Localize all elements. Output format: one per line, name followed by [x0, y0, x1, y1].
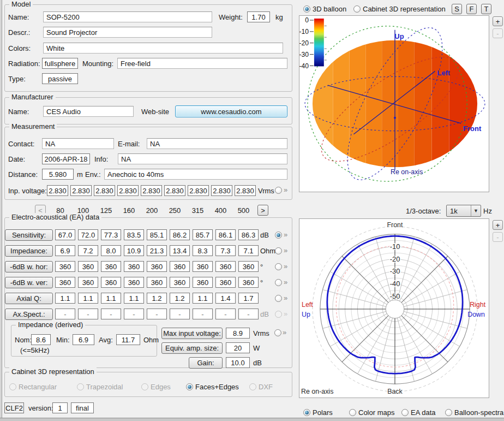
ea-value-field[interactable]: 360 — [55, 277, 75, 288]
cabinet-dxf-radio[interactable] — [249, 383, 256, 390]
version-status-field[interactable]: final — [71, 402, 94, 413]
max-input-voltage-radio[interactable] — [274, 329, 281, 336]
top-view-button[interactable]: T — [481, 4, 491, 14]
ea-row-more-chevron[interactable]: » — [284, 278, 287, 286]
band-label[interactable]: 400 — [211, 206, 231, 215]
ea-value-field[interactable]: 1.1 — [124, 293, 144, 304]
radio-color-maps-label[interactable]: Color maps — [358, 408, 394, 417]
ea-value-field[interactable]: - — [238, 309, 259, 319]
nom-field[interactable]: 8.6 — [31, 334, 51, 345]
inp-voltage-field[interactable]: 2.830 — [188, 185, 209, 196]
ea-value-field[interactable]: 360 — [101, 261, 121, 272]
cabinet-edges-label[interactable]: Edges — [151, 383, 171, 391]
ea-value-field[interactable]: - — [101, 309, 121, 319]
ea-row-radio[interactable] — [275, 232, 282, 239]
gain-field[interactable]: 10.0 — [226, 357, 250, 368]
ea-row-more-chevron[interactable]: » — [284, 310, 287, 318]
inp-voltage-more-chevron[interactable]: » — [284, 186, 287, 194]
radio-polars[interactable] — [303, 409, 310, 416]
ea-row-button[interactable]: -6dB w. ver: — [5, 277, 53, 288]
contact-field[interactable]: NA — [42, 138, 114, 149]
inp-voltage-field[interactable]: 2.830 — [94, 185, 115, 196]
ea-value-field[interactable]: 1.1 — [55, 293, 75, 304]
cabinet-rectangular-label[interactable]: Rectangular — [19, 383, 57, 391]
ea-value-field[interactable]: - — [170, 309, 190, 319]
mounting-field[interactable]: Free-field — [117, 58, 287, 69]
ea-value-field[interactable]: 360 — [124, 277, 144, 288]
gain-button[interactable]: Gain: — [189, 357, 223, 369]
ea-value-field[interactable]: 360 — [101, 277, 121, 288]
equiv-amp-size-button[interactable]: Equiv. amp. size: — [161, 342, 223, 354]
ea-value-field[interactable]: 86.1 — [215, 229, 236, 240]
view-3d-balloon-label[interactable]: 3D balloon — [313, 5, 346, 13]
ea-row-button[interactable]: Impedance: — [5, 245, 53, 257]
view-cabinet-3d-radio[interactable] — [353, 5, 361, 13]
radio-balloon-spectra-label[interactable]: Balloon-spectra — [454, 408, 503, 417]
ea-value-field[interactable]: 360 — [124, 261, 144, 272]
ea-value-field[interactable]: - — [55, 309, 75, 319]
band-label[interactable]: 500 — [233, 206, 254, 215]
ea-value-field[interactable]: 1.2 — [170, 293, 190, 304]
cabinet-dxf-label[interactable]: DXF — [259, 383, 273, 391]
ea-value-field[interactable]: 85.7 — [193, 229, 213, 240]
ea-value-field[interactable]: 7.2 — [78, 245, 98, 256]
ea-row-radio[interactable] — [275, 263, 282, 270]
ea-value-field[interactable]: 8.3 — [193, 245, 213, 256]
manufacturer-name-field[interactable]: CES Audio — [43, 106, 134, 117]
ea-value-field[interactable]: 13.4 — [170, 245, 190, 256]
email-field[interactable]: NA — [147, 138, 287, 149]
ea-value-field[interactable]: 360 — [55, 261, 75, 272]
ea-row-button[interactable]: Ax.Spect.: — [5, 309, 53, 320]
band-label[interactable]: 160 — [119, 206, 139, 215]
cabinet-trapezoidal-radio[interactable] — [77, 383, 84, 390]
ea-value-field[interactable]: 1.4 — [215, 293, 236, 304]
ea-value-field[interactable]: 67.0 — [55, 229, 75, 240]
avg-field[interactable]: 11.7 — [116, 334, 140, 345]
type-field[interactable]: passive — [42, 73, 78, 84]
radiation-field[interactable]: fullsphere — [42, 58, 78, 69]
ea-value-field[interactable]: - — [215, 309, 236, 319]
descr-field[interactable]: Sound Projector — [43, 27, 212, 38]
balloon-zoom-out-button[interactable]: - — [493, 28, 503, 38]
balloon-plot[interactable]: UpLeftFrontRe on-axis0-10-20-30-40 — [299, 15, 489, 192]
ea-value-field[interactable]: 1.1 — [193, 293, 213, 304]
ea-value-field[interactable]: 85.1 — [147, 229, 167, 240]
cabinet-faces-edges-label[interactable]: Faces+Edges — [195, 383, 239, 391]
min-field[interactable]: 6.9 — [73, 334, 94, 345]
distance-field[interactable]: 5.980 — [42, 169, 74, 180]
max-input-voltage-field[interactable]: 8.9 — [226, 328, 250, 339]
inp-voltage-radio[interactable] — [275, 187, 282, 194]
ea-value-field[interactable]: 1.1 — [78, 293, 98, 304]
model-name-field[interactable]: SOP-5200 — [43, 11, 212, 22]
ea-value-field[interactable]: 7.1 — [238, 245, 259, 256]
band-label[interactable]: 200 — [142, 206, 162, 215]
cabinet-rectangular-radio[interactable] — [9, 383, 16, 390]
ea-value-field[interactable]: 360 — [78, 261, 98, 272]
info-field[interactable]: NA — [118, 153, 287, 164]
website-button[interactable]: www.cesaudio.com — [175, 105, 287, 117]
ea-value-field[interactable]: 8.0 — [101, 245, 121, 256]
ea-value-field[interactable]: 360 — [147, 261, 167, 272]
inp-voltage-field[interactable]: 2.830 — [164, 185, 185, 196]
ea-value-field[interactable]: 360 — [238, 277, 259, 288]
colors-field[interactable]: White — [43, 43, 283, 54]
inp-voltage-field[interactable]: 2.830 — [235, 185, 256, 196]
ea-value-field[interactable]: 72.0 — [78, 229, 98, 240]
cabinet-edges-radio[interactable] — [141, 383, 148, 390]
polar-zoom-out-button[interactable]: - — [493, 232, 503, 242]
ea-value-field[interactable]: 6.9 — [55, 245, 75, 256]
inp-voltage-field[interactable]: 2.830 — [211, 185, 232, 196]
ea-value-field[interactable]: - — [147, 309, 167, 319]
ea-row-more-chevron[interactable]: » — [284, 246, 287, 254]
view-cabinet-3d-label[interactable]: Cabinet 3D representation — [363, 5, 446, 13]
ea-value-field[interactable]: 360 — [170, 261, 190, 272]
ea-value-field[interactable]: 360 — [215, 277, 236, 288]
band-next-button[interactable]: > — [257, 205, 268, 216]
ea-value-field[interactable]: 86.2 — [170, 229, 190, 240]
ea-row-more-chevron[interactable]: » — [284, 262, 287, 270]
inp-voltage-field[interactable]: 2.830 — [141, 185, 162, 196]
ea-value-field[interactable]: 360 — [238, 261, 259, 272]
ea-row-more-chevron[interactable]: » — [284, 230, 287, 239]
radio-polars-label[interactable]: Polars — [313, 408, 333, 417]
ea-value-field[interactable]: 21.3 — [147, 245, 167, 256]
